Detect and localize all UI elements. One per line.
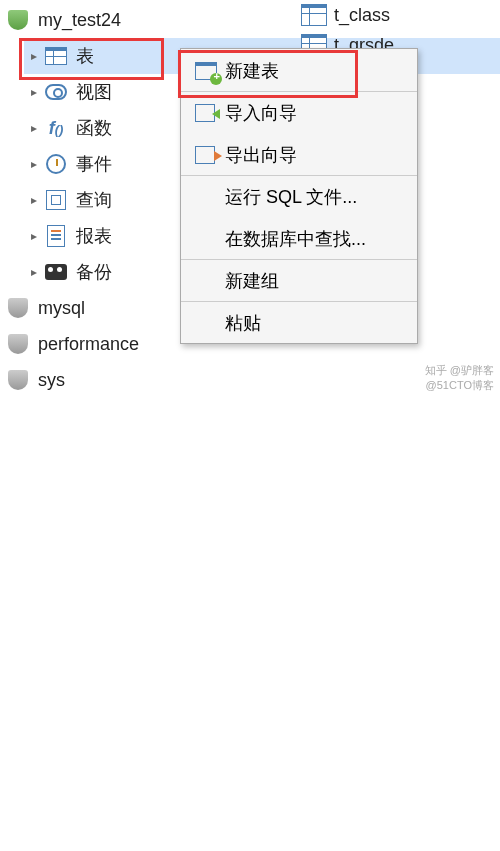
database-icon <box>4 296 32 320</box>
report-icon <box>42 224 70 248</box>
import-icon <box>195 104 225 122</box>
table-icon <box>300 3 328 27</box>
watermark: 知乎 @驴胖客 @51CTO博客 <box>425 363 494 392</box>
menu-label: 粘贴 <box>225 311 261 335</box>
tree-label: 报表 <box>76 224 112 248</box>
menu-label: 导入向导 <box>225 101 297 125</box>
menu-label: 新建表 <box>225 59 279 83</box>
menu-run-sql[interactable]: 运行 SQL 文件... <box>181 175 417 217</box>
expand-icon: ▸ <box>28 85 40 99</box>
expand-icon: ▸ <box>28 193 40 207</box>
tree-label: 事件 <box>76 152 112 176</box>
menu-new-table[interactable]: + 新建表 <box>181 49 417 91</box>
database-label: sys <box>38 370 65 391</box>
expand-icon: ▸ <box>28 121 40 135</box>
table-entry-t_class[interactable]: t_class <box>300 0 500 30</box>
expand-icon: ▸ <box>28 229 40 243</box>
menu-label: 新建组 <box>225 269 279 293</box>
database-icon <box>4 332 32 356</box>
table-icon <box>42 44 70 68</box>
tree-label: 函数 <box>76 116 112 140</box>
menu-find-in-db[interactable]: 在数据库中查找... <box>181 217 417 259</box>
menu-import-wizard[interactable]: 导入向导 <box>181 91 417 133</box>
database-label: mysql <box>38 298 85 319</box>
new-table-icon: + <box>195 62 225 80</box>
view-icon <box>42 80 70 104</box>
menu-export-wizard[interactable]: 导出向导 <box>181 133 417 175</box>
event-icon <box>42 152 70 176</box>
database-label: my_test24 <box>38 10 121 31</box>
database-label: performance <box>38 334 139 355</box>
menu-paste[interactable]: 粘贴 <box>181 301 417 343</box>
expand-icon: ▸ <box>28 157 40 171</box>
backup-icon <box>42 260 70 284</box>
expand-icon: ▸ <box>28 265 40 279</box>
tree-label: 视图 <box>76 80 112 104</box>
context-menu: + 新建表 导入向导 导出向导 运行 SQL 文件... 在数据库中查找... … <box>180 48 418 344</box>
tree-label: 表 <box>76 44 94 68</box>
function-icon: f() <box>42 116 70 140</box>
tree-label: 查询 <box>76 188 112 212</box>
menu-label: 运行 SQL 文件... <box>225 185 357 209</box>
tree-label: 备份 <box>76 260 112 284</box>
expand-icon: ▸ <box>28 49 40 63</box>
database-icon <box>4 8 32 32</box>
table-label: t_class <box>334 5 390 26</box>
database-icon <box>4 368 32 392</box>
menu-new-group[interactable]: 新建组 <box>181 259 417 301</box>
query-icon <box>42 188 70 212</box>
menu-label: 在数据库中查找... <box>225 227 366 251</box>
menu-label: 导出向导 <box>225 143 297 167</box>
export-icon <box>195 146 225 164</box>
